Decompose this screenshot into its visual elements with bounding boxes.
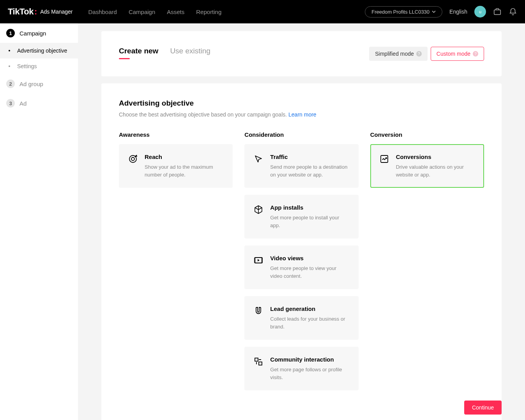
help-icon: ? — [473, 51, 478, 56]
section-subtitle: Choose the best advertising objective ba… — [119, 111, 484, 118]
logo-colon: : — [34, 7, 37, 17]
layout: 1 Campaign Advertising objective Setting… — [0, 23, 525, 420]
learn-more-link[interactable]: Learn more — [288, 111, 316, 118]
chevron-down-icon — [432, 10, 436, 14]
col-awareness: Awareness Reach Show your ad to the maxi… — [119, 131, 233, 397]
objective-title: Conversions — [396, 154, 475, 160]
logo-sub: Ads Manager — [40, 9, 72, 15]
objective-title: App installs — [270, 204, 349, 211]
mode-group: Simplified mode ? Custom mode ? — [369, 47, 484, 61]
objective-lead-generation[interactable]: Lead generation Collect leads for your b… — [244, 296, 358, 340]
step-label: Ad — [19, 100, 27, 107]
target-icon — [128, 154, 138, 164]
simplified-mode-button[interactable]: Simplified mode ? — [369, 47, 428, 61]
objective-desc: Show your ad to the maximum number of pe… — [145, 163, 223, 178]
objective-community-interaction[interactable]: Community interaction Get more page foll… — [244, 347, 358, 390]
svg-point-2 — [131, 157, 134, 161]
cube-icon — [254, 205, 263, 214]
objective-desc: Send more people to a destination on you… — [270, 163, 349, 178]
step-ad-group[interactable]: 2 Ad group — [0, 74, 78, 94]
col-title: Consideration — [244, 131, 358, 138]
top-nav: Dashboard Campaign Assets Reporting — [88, 9, 365, 15]
substep-settings[interactable]: Settings — [0, 58, 78, 74]
logo-brand: TikTok — [8, 7, 34, 17]
section-title: Advertising objective — [119, 99, 484, 108]
video-icon — [254, 256, 263, 265]
nav-assets[interactable]: Assets — [167, 9, 184, 15]
svg-rect-5 — [259, 362, 262, 365]
svg-rect-0 — [494, 10, 501, 14]
avatar[interactable]: u — [474, 6, 486, 18]
sidebar: 1 Campaign Advertising objective Setting… — [0, 23, 78, 420]
cursor-icon — [254, 154, 263, 164]
objective-columns: Awareness Reach Show your ad to the maxi… — [119, 131, 484, 397]
col-title: Conversion — [370, 131, 484, 138]
objective-desc: Collect leads for your business or brand… — [270, 315, 349, 330]
objective-traffic[interactable]: Traffic Send more people to a destinatio… — [244, 144, 358, 188]
objective-reach[interactable]: Reach Show your ad to the maximum number… — [119, 144, 233, 188]
create-card: Create new Use existing Simplified mode … — [101, 31, 502, 76]
footer-bar: Continue — [101, 395, 502, 420]
custom-mode-label: Custom mode — [437, 51, 470, 57]
logo[interactable]: TikTok : Ads Manager — [8, 7, 72, 17]
continue-button[interactable]: Continue — [464, 401, 502, 415]
step-campaign[interactable]: 1 Campaign — [0, 23, 78, 43]
main: Create new Use existing Simplified mode … — [78, 23, 525, 420]
step-num: 1 — [6, 29, 15, 37]
help-icon: ? — [416, 51, 422, 56]
bell-icon[interactable] — [509, 7, 517, 16]
objectives-card: Advertising objective Choose the best ad… — [101, 83, 502, 420]
tab-use-existing[interactable]: Use existing — [170, 47, 210, 59]
custom-mode-button[interactable]: Custom mode ? — [431, 47, 484, 61]
top-header: TikTok : Ads Manager Dashboard Campaign … — [0, 0, 525, 23]
objective-title: Traffic — [270, 154, 349, 160]
col-title: Awareness — [119, 131, 233, 138]
account-label: Freedom Profits LLC0330 — [371, 9, 430, 15]
col-consideration: Consideration Traffic Send more people t… — [244, 131, 358, 397]
nav-campaign[interactable]: Campaign — [129, 9, 155, 15]
svg-rect-4 — [255, 358, 258, 361]
substep-advertising-objective[interactable]: Advertising objective — [0, 43, 78, 58]
magnet-icon — [254, 306, 263, 316]
account-selector[interactable]: Freedom Profits LLC0330 — [365, 6, 442, 18]
nav-dashboard[interactable]: Dashboard — [88, 9, 117, 15]
objective-video-views[interactable]: Video views Get more people to view your… — [244, 245, 358, 289]
step-num: 3 — [6, 99, 15, 108]
objective-title: Lead generation — [270, 305, 349, 312]
simplified-mode-label: Simplified mode — [375, 51, 414, 57]
objective-desc: Get more page follows or profile visits. — [270, 366, 349, 381]
step-label: Campaign — [19, 30, 46, 37]
briefcase-icon[interactable] — [493, 7, 502, 16]
objective-desc: Drive valuable actions on your website o… — [396, 163, 475, 178]
step-ad[interactable]: 3 Ad — [0, 94, 78, 113]
tabs: Create new Use existing — [119, 47, 210, 59]
objective-desc: Get more people to view your video conte… — [270, 265, 349, 280]
language-selector[interactable]: English — [449, 9, 467, 15]
community-icon — [254, 357, 263, 366]
objective-title: Community interaction — [270, 356, 349, 363]
step-num: 2 — [6, 79, 15, 88]
col-conversion: Conversion Conversions Drive valuable ac… — [370, 131, 484, 397]
conversions-icon — [380, 154, 389, 164]
step-label: Ad group — [19, 81, 43, 87]
objective-conversions[interactable]: Conversions Drive valuable actions on yo… — [370, 144, 484, 188]
objective-title: Video views — [270, 255, 349, 261]
objective-app-installs[interactable]: App installs Get more people to install … — [244, 195, 358, 238]
objective-desc: Get more people to install your app. — [270, 214, 349, 229]
tab-create-new[interactable]: Create new — [119, 47, 158, 59]
nav-reporting[interactable]: Reporting — [196, 9, 221, 15]
objective-title: Reach — [145, 154, 223, 160]
header-right: Freedom Profits LLC0330 English u — [365, 6, 517, 18]
